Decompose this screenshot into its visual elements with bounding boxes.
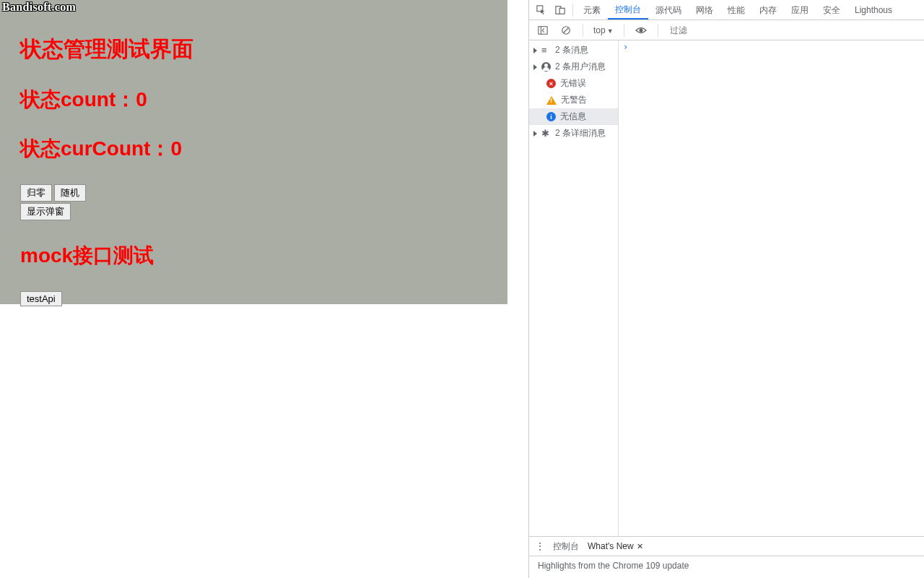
- sidebar-label: 2 条用户消息: [555, 61, 606, 73]
- sidebar-label: 无警告: [561, 94, 587, 106]
- clear-console-icon[interactable]: [558, 22, 574, 38]
- count-heading: 状态count：0: [20, 86, 487, 113]
- chevron-down-icon: ▼: [607, 27, 614, 35]
- sidebar-info[interactable]: i 无信息: [529, 108, 618, 125]
- close-icon[interactable]: ✕: [637, 542, 643, 551]
- sidebar-warnings[interactable]: 无警告: [529, 92, 618, 108]
- count-label: 状态count：: [20, 88, 136, 111]
- user-icon: [541, 62, 551, 72]
- button-row-1: 归零 随机: [20, 184, 487, 202]
- drawer-tab-whatsnew[interactable]: What's New ✕: [588, 541, 643, 551]
- sidebar-verbose[interactable]: ✱ 2 条详细消息: [529, 125, 618, 142]
- watermark-text: Bandisoft.com: [2, 1, 76, 14]
- tab-network[interactable]: 网络: [689, 0, 720, 20]
- separator: [583, 24, 583, 37]
- reset-button[interactable]: 归零: [20, 184, 52, 202]
- expand-icon: [533, 131, 537, 137]
- button-row-3: testApi: [20, 291, 487, 306]
- tab-sources[interactable]: 源代码: [648, 0, 689, 20]
- svg-rect-3: [539, 26, 547, 34]
- tab-performance[interactable]: 性能: [720, 0, 752, 20]
- expand-icon: [533, 48, 537, 53]
- tab-console[interactable]: 控制台: [608, 0, 648, 20]
- separator: [658, 24, 658, 37]
- page-title: 状态管理测试界面: [20, 0, 487, 64]
- show-modal-button[interactable]: 显示弹窗: [20, 203, 71, 220]
- drawer-menu-icon[interactable]: ⋮: [535, 540, 544, 552]
- tab-lighthouse[interactable]: Lighthous: [847, 0, 899, 20]
- drawer-whatsnew-body: Highlights from the Chrome 109 update: [529, 556, 924, 578]
- count-value: 0: [136, 88, 147, 111]
- tab-application[interactable]: 应用: [784, 0, 816, 20]
- sidebar-label: 无错误: [560, 77, 586, 90]
- error-icon: ×: [546, 79, 556, 88]
- curcount-label: 状态curCount：: [20, 137, 170, 160]
- svg-rect-2: [559, 8, 565, 14]
- sidebar-label: 无信息: [560, 111, 586, 123]
- devtools-main-tabs: 元素 控制台 源代码 网络 性能 内存 应用 安全 Lighthous: [529, 0, 924, 20]
- console-message-sidebar: 2 条消息 2 条用户消息 × 无错误 无警告 i 无信息 ✱: [529, 40, 619, 536]
- sidebar-user-messages[interactable]: 2 条用户消息: [529, 59, 618, 75]
- sidebar-errors[interactable]: × 无错误: [529, 75, 618, 92]
- sidebar-toggle-icon[interactable]: [535, 22, 551, 38]
- context-value: top: [593, 25, 606, 35]
- drawer-tab-label: What's New: [588, 541, 634, 551]
- sidebar-label: 2 条详细消息: [555, 127, 606, 139]
- test-api-button[interactable]: testApi: [20, 291, 62, 306]
- context-selector[interactable]: top▼: [590, 25, 616, 35]
- tab-security[interactable]: 安全: [816, 0, 847, 20]
- inspect-element-icon[interactable]: [533, 2, 549, 18]
- sidebar-label: 2 条消息: [555, 44, 588, 56]
- svg-point-7: [639, 28, 642, 32]
- random-button[interactable]: 随机: [54, 184, 86, 202]
- console-log-area[interactable]: ›: [619, 40, 924, 536]
- bug-icon: ✱: [541, 129, 551, 138]
- app-root: Bandisoft.com 状态管理测试界面 状态count：0 状态curCo…: [0, 0, 507, 304]
- separator: [572, 4, 573, 17]
- live-expression-icon[interactable]: [633, 22, 649, 38]
- curcount-heading: 状态curCount：0: [20, 135, 487, 163]
- console-toolbar: top▼: [529, 20, 924, 40]
- devtools-panel: 元素 控制台 源代码 网络 性能 内存 应用 安全 Lighthous top▼: [528, 0, 924, 578]
- mock-api-title: mock接口测试: [20, 242, 487, 269]
- separator: [624, 24, 624, 37]
- tab-elements[interactable]: 元素: [576, 0, 608, 20]
- rendered-page-viewport: Bandisoft.com 状态管理测试界面 状态count：0 状态curCo…: [0, 0, 528, 578]
- console-filter-input[interactable]: [666, 24, 920, 37]
- button-row-2: 显示弹窗: [20, 203, 487, 220]
- console-body: 2 条消息 2 条用户消息 × 无错误 无警告 i 无信息 ✱: [529, 40, 924, 536]
- console-prompt-icon: ›: [623, 42, 628, 52]
- curcount-value: 0: [170, 137, 182, 160]
- sidebar-all-messages[interactable]: 2 条消息: [529, 42, 618, 59]
- svg-line-6: [564, 27, 569, 33]
- list-icon: [541, 46, 551, 55]
- devtools-drawer-tabs: ⋮ 控制台 What's New ✕: [529, 536, 924, 556]
- info-icon: i: [546, 112, 556, 121]
- tab-memory[interactable]: 内存: [752, 0, 784, 20]
- drawer-tab-console[interactable]: 控制台: [553, 540, 579, 553]
- warning-icon: [546, 96, 557, 105]
- device-toolbar-icon[interactable]: [552, 2, 568, 18]
- expand-icon: [533, 64, 537, 70]
